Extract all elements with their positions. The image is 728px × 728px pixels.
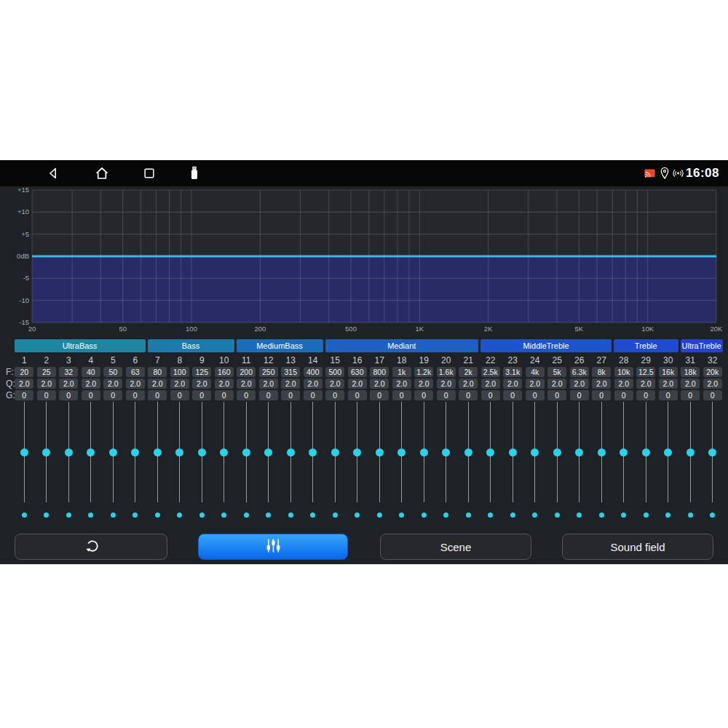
gain-slider-thumb[interactable] (486, 448, 494, 456)
recents-icon[interactable] (142, 166, 157, 181)
channel-indicator-dot[interactable] (44, 513, 49, 518)
frequency-value[interactable]: 315 (281, 367, 300, 377)
gain-slider-thumb[interactable] (220, 448, 228, 456)
gain-value[interactable]: 0 (392, 390, 411, 400)
channel-indicator-dot[interactable] (688, 513, 693, 518)
frequency-value[interactable]: 4k (526, 367, 545, 377)
frequency-value[interactable]: 63 (126, 367, 145, 377)
frequency-value[interactable]: 250 (259, 367, 278, 377)
channel-indicator-dot[interactable] (644, 513, 649, 518)
channel-indicator-dot[interactable] (665, 513, 670, 518)
frequency-value[interactable]: 8k (592, 367, 611, 377)
q-factor-value[interactable]: 2.0 (547, 379, 566, 389)
frequency-value[interactable]: 32 (59, 367, 78, 377)
gain-value[interactable]: 0 (170, 390, 189, 400)
channel-indicator-dot[interactable] (621, 513, 626, 518)
gain-value[interactable]: 0 (570, 390, 589, 400)
gain-slider-thumb[interactable] (553, 448, 561, 456)
frequency-value[interactable]: 5k (547, 367, 566, 377)
gain-slider-thumb[interactable] (20, 448, 28, 456)
gain-value[interactable]: 0 (59, 390, 78, 400)
frequency-value[interactable]: 50 (103, 367, 122, 377)
gain-slider-thumb[interactable] (509, 448, 517, 456)
frequency-value[interactable]: 125 (192, 367, 211, 377)
channel-indicator-dot[interactable] (177, 513, 182, 518)
frequency-value[interactable]: 16k (659, 367, 678, 377)
gain-value[interactable]: 0 (15, 390, 33, 400)
channel-indicator-dot[interactable] (510, 513, 515, 518)
frequency-value[interactable]: 20k (703, 367, 722, 377)
gain-value[interactable]: 0 (281, 390, 300, 400)
frequency-value[interactable]: 1.6k (437, 367, 456, 377)
gain-slider-thumb[interactable] (575, 448, 583, 456)
q-factor-value[interactable]: 2.0 (703, 379, 722, 389)
frequency-value[interactable]: 200 (237, 367, 256, 377)
gain-value[interactable]: 0 (481, 390, 500, 400)
q-factor-value[interactable]: 2.0 (325, 379, 344, 389)
q-factor-value[interactable]: 2.0 (570, 379, 589, 389)
q-factor-value[interactable]: 2.0 (15, 379, 33, 389)
gain-value[interactable]: 0 (503, 390, 522, 400)
gain-slider-thumb[interactable] (242, 448, 250, 456)
gain-slider-thumb[interactable] (287, 448, 295, 456)
q-factor-value[interactable]: 2.0 (215, 379, 234, 389)
gain-slider-thumb[interactable] (664, 448, 672, 456)
q-factor-value[interactable]: 2.0 (348, 379, 367, 389)
q-factor-value[interactable]: 2.0 (82, 379, 100, 389)
gain-value[interactable]: 0 (703, 390, 722, 400)
channel-indicator-dot[interactable] (488, 513, 493, 518)
q-factor-value[interactable]: 2.0 (681, 379, 700, 389)
gain-slider-thumb[interactable] (42, 448, 50, 456)
gain-value[interactable]: 0 (526, 390, 545, 400)
channel-indicator-dot[interactable] (221, 513, 226, 518)
gain-value[interactable]: 0 (237, 390, 256, 400)
q-factor-value[interactable]: 2.0 (237, 379, 256, 389)
q-factor-value[interactable]: 2.0 (281, 379, 300, 389)
back-icon[interactable] (45, 165, 61, 181)
gain-slider-thumb[interactable] (598, 448, 606, 456)
gain-value[interactable]: 0 (547, 390, 566, 400)
channel-indicator-dot[interactable] (555, 513, 560, 518)
channel-indicator-dot[interactable] (244, 513, 249, 518)
channel-indicator-dot[interactable] (377, 513, 382, 518)
frequency-value[interactable]: 160 (215, 367, 234, 377)
frequency-value[interactable]: 2.5k (481, 367, 500, 377)
channel-indicator-dot[interactable] (399, 513, 404, 518)
channel-indicator-dot[interactable] (132, 513, 138, 518)
q-factor-value[interactable]: 2.0 (59, 379, 78, 389)
gain-value[interactable]: 0 (103, 390, 122, 400)
gain-slider-thumb[interactable] (642, 448, 650, 456)
channel-indicator-dot[interactable] (710, 513, 715, 518)
channel-indicator-dot[interactable] (443, 513, 448, 518)
channel-indicator-dot[interactable] (466, 513, 471, 518)
gain-value[interactable]: 0 (681, 390, 700, 400)
q-factor-value[interactable]: 2.0 (636, 379, 655, 389)
channel-indicator-dot[interactable] (599, 513, 604, 518)
gain-value[interactable]: 0 (37, 390, 56, 400)
gain-slider-thumb[interactable] (109, 448, 117, 456)
q-factor-value[interactable]: 2.0 (614, 379, 633, 389)
channel-indicator-dot[interactable] (111, 513, 116, 518)
gain-slider-thumb[interactable] (442, 448, 450, 456)
frequency-value[interactable]: 2k (459, 367, 478, 377)
frequency-value[interactable]: 1.2k (414, 367, 433, 377)
frequency-value[interactable]: 10k (614, 367, 633, 377)
frequency-value[interactable]: 800 (370, 367, 389, 377)
q-factor-value[interactable]: 2.0 (37, 379, 56, 389)
channel-indicator-dot[interactable] (22, 513, 27, 518)
gain-value[interactable]: 0 (192, 390, 211, 400)
q-factor-value[interactable]: 2.0 (192, 379, 211, 389)
channel-indicator-dot[interactable] (310, 513, 315, 518)
q-factor-value[interactable]: 2.0 (526, 379, 545, 389)
frequency-value[interactable]: 100 (170, 367, 189, 377)
gain-value[interactable]: 0 (614, 390, 633, 400)
gain-slider-thumb[interactable] (531, 448, 539, 456)
channel-indicator-dot[interactable] (199, 513, 205, 518)
channel-indicator-dot[interactable] (333, 513, 338, 518)
gain-value[interactable]: 0 (325, 390, 344, 400)
q-factor-value[interactable]: 2.0 (414, 379, 433, 389)
q-factor-value[interactable]: 2.0 (592, 379, 611, 389)
frequency-value[interactable]: 40 (82, 367, 100, 377)
frequency-value[interactable]: 6.3k (570, 367, 589, 377)
gain-value[interactable]: 0 (592, 390, 611, 400)
